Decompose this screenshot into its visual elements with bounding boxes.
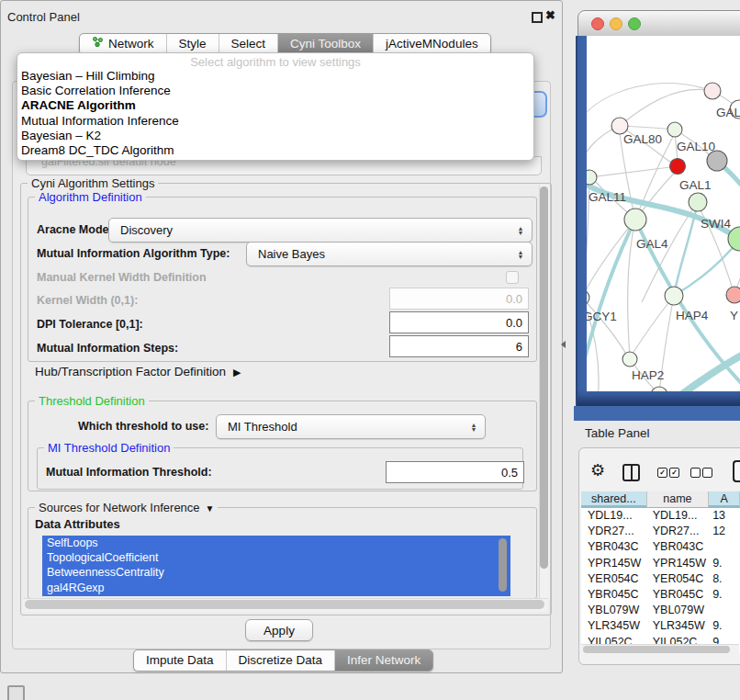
network-node-gcy1[interactable] bbox=[587, 290, 589, 305]
algorithm-option-bayesian-k2[interactable]: Bayesian – K2 bbox=[21, 129, 526, 143]
tab-select[interactable]: Select bbox=[219, 34, 279, 54]
network-node-label: GAL4 bbox=[636, 237, 668, 251]
table-row[interactable]: YDR27...YDR27...12 bbox=[581, 524, 740, 539]
tab-network[interactable]: Network bbox=[80, 34, 167, 54]
mi-steps-field[interactable]: 6 bbox=[389, 335, 529, 357]
table-row[interactable]: YDL19...YDL19...13 bbox=[581, 508, 740, 524]
dpi-tolerance-value: 0.0 bbox=[506, 316, 522, 330]
mi-threshold-label: Mutual Information Threshold: bbox=[46, 466, 212, 479]
tab-label: Cyni Toolbox bbox=[290, 34, 361, 54]
attribute-item-selfloops[interactable]: SelfLoops bbox=[42, 536, 510, 550]
network-node-gal1[interactable] bbox=[670, 159, 686, 175]
tab-infer-network[interactable]: Infer Network bbox=[335, 650, 432, 671]
network-edge bbox=[587, 84, 712, 120]
settings-vertical-scrollbar-thumb[interactable] bbox=[540, 186, 548, 569]
table-row[interactable]: YBL079WYBL079W bbox=[581, 603, 740, 618]
which-threshold-value: MI Threshold bbox=[217, 420, 466, 434]
minimize-traffic-light[interactable] bbox=[610, 17, 622, 30]
zoom-traffic-light[interactable] bbox=[628, 17, 641, 30]
tab-label: jActiveMNodules bbox=[386, 34, 478, 54]
network-edge bbox=[620, 89, 712, 126]
attribute-item-betweennesscentrality[interactable]: BetweennessCentrality bbox=[42, 565, 510, 580]
checked-box-icon[interactable]: ✓ bbox=[657, 468, 667, 478]
aracne-mode-value: Discovery bbox=[109, 223, 513, 237]
attributes-scrollbar-thumb[interactable] bbox=[499, 538, 507, 592]
table-row[interactable]: YBR043CYBR043C bbox=[581, 539, 740, 555]
tab-impute-data[interactable]: Impute Data bbox=[134, 650, 227, 671]
network-node-hap2[interactable] bbox=[622, 352, 637, 367]
table-row[interactable]: YBR045CYBR045C9. bbox=[581, 587, 740, 603]
float-window-icon[interactable] bbox=[532, 12, 543, 23]
cyni-algorithm-settings-title: Cyni Algorithm Settings bbox=[28, 176, 158, 190]
network-node-gal4[interactable] bbox=[624, 209, 646, 231]
network-node[interactable] bbox=[707, 151, 727, 171]
attribute-item-topologicalcoefficient[interactable]: TopologicalCoefficient bbox=[42, 550, 510, 565]
mi-algorithm-type-select[interactable]: Naive Bayes ▲▼ bbox=[246, 242, 533, 266]
collapsed-panel-icon[interactable] bbox=[7, 685, 25, 700]
tab-discretize-data[interactable]: Discretize Data bbox=[227, 650, 336, 671]
table-row[interactable]: YPR145WYPR145W9. bbox=[581, 556, 740, 571]
network-node-label: GAL10 bbox=[677, 140, 715, 153]
kernel-width-label: Kernel Width (0,1): bbox=[37, 294, 138, 307]
network-node-y[interactable] bbox=[726, 287, 740, 303]
tab-label: Infer Network bbox=[347, 650, 420, 671]
apply-button[interactable]: Apply bbox=[245, 619, 313, 641]
algorithm-definition-title: Algorithm Definition bbox=[35, 190, 146, 204]
algorithm-option-aracne-algorithm[interactable]: ARACNE Algorithm bbox=[21, 98, 526, 113]
hub-definition-expander[interactable]: Hub/Transcription Factor Definition▶ bbox=[35, 365, 241, 378]
network-node-gal11[interactable] bbox=[587, 170, 597, 185]
split-columns-icon[interactable] bbox=[622, 464, 640, 481]
panel-splitter-arrow[interactable] bbox=[561, 341, 566, 348]
table-horizontal-scrollbar-thumb[interactable] bbox=[583, 646, 730, 653]
sources-title[interactable]: Sources for Network Inference▼ bbox=[35, 501, 218, 514]
network-node-label: GCY1 bbox=[587, 310, 617, 323]
unchecked-box-icon[interactable] bbox=[702, 468, 712, 478]
data-attributes-list[interactable]: SelfLoopsTopologicalCoefficientBetweenne… bbox=[42, 536, 510, 596]
collapse-down-icon[interactable]: ▼ bbox=[206, 503, 215, 514]
network-node-label: HAP2 bbox=[632, 368, 664, 382]
unchecked-box-icon[interactable] bbox=[690, 468, 701, 478]
algorithm-option-mutual-information-inference[interactable]: Mutual Information Inference bbox=[21, 114, 526, 129]
tab-label: Discretize Data bbox=[239, 650, 323, 671]
tab-style[interactable]: Style bbox=[167, 34, 219, 54]
which-threshold-select[interactable]: MI Threshold ▲▼ bbox=[216, 414, 486, 439]
table-cell: 13 bbox=[709, 508, 740, 524]
settings-horizontal-scrollbar-thumb[interactable] bbox=[25, 600, 544, 609]
dpi-tolerance-field[interactable]: 0.0 bbox=[389, 311, 529, 333]
algorithm-option-dream8-dc-tdc-algorithm[interactable]: Dream8 DC_TDC Algorithm bbox=[21, 143, 526, 158]
table-header-row: shared...nameA bbox=[581, 491, 740, 508]
network-node[interactable] bbox=[651, 387, 667, 391]
algorithm-option-bayesian-hill-climbing[interactable]: Bayesian – Hill Climbing bbox=[21, 69, 526, 84]
aracne-mode-select[interactable]: Discovery ▲▼ bbox=[108, 218, 533, 243]
algorithm-option-basic-correlation-inference[interactable]: Basic Correlation Inference bbox=[21, 84, 526, 98]
table-cell: YER054C bbox=[647, 571, 709, 587]
table-row[interactable]: YLR345WYLR345W9. bbox=[581, 618, 740, 634]
network-node-hap4[interactable] bbox=[665, 287, 683, 305]
tab-label: Select bbox=[231, 34, 266, 54]
network-canvas[interactable]: GALGAL80GAL10GAL1GAL11SWI4GAL4GCY1HAP4YH… bbox=[587, 36, 740, 391]
node-table[interactable]: shared...nameA YDL19...YDL19...13YDR27..… bbox=[581, 491, 740, 654]
aracne-mode-label: Aracne Mode: bbox=[37, 223, 113, 236]
checked-box-icon[interactable]: ✓ bbox=[669, 468, 679, 478]
network-edge bbox=[589, 167, 670, 177]
network-node-gal[interactable] bbox=[704, 83, 721, 99]
column-header-shared[interactable]: shared... bbox=[581, 491, 647, 507]
network-node-swi4[interactable] bbox=[689, 193, 707, 211]
column-header-a[interactable]: A bbox=[709, 491, 740, 507]
close-traffic-light[interactable] bbox=[591, 17, 604, 30]
table-settings-gear-icon[interactable]: ⚙ bbox=[590, 460, 605, 480]
tab-cyni-toolbox[interactable]: Cyni Toolbox bbox=[278, 34, 374, 54]
expand-right-icon[interactable]: ▶ bbox=[233, 367, 241, 378]
network-node-gal10[interactable] bbox=[667, 122, 682, 137]
column-header-name[interactable]: name bbox=[647, 491, 709, 507]
network-edge bbox=[633, 296, 674, 354]
close-window-icon[interactable]: ✖ bbox=[545, 8, 555, 22]
mi-type-label: Mutual Information Algorithm Type: bbox=[37, 247, 230, 260]
attribute-item-gal4rgexp[interactable]: gal4RGexp bbox=[42, 581, 510, 595]
table-row[interactable]: YER054CYER054C8. bbox=[581, 571, 740, 587]
partial-toolbar-icon[interactable] bbox=[733, 460, 740, 482]
tab-jactivemnodules[interactable]: jActiveMNodules bbox=[374, 34, 490, 54]
tab-label: Impute Data bbox=[146, 650, 214, 671]
cyni-mode-tab-bar: Impute DataDiscretize DataInfer Network bbox=[133, 649, 433, 672]
mi-threshold-field[interactable]: 0.5 bbox=[386, 461, 524, 483]
